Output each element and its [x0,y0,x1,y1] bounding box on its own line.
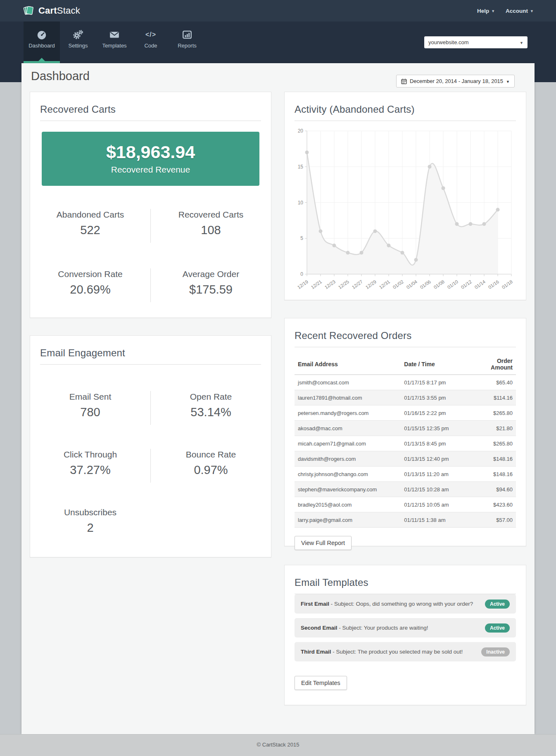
template-row-first-email: First Email - Subject: Oops, did somethi… [295,594,516,614]
website-selector[interactable]: yourwebsite.com ▼ [424,36,527,48]
tab-label: Code [144,43,157,49]
svg-text:01/08: 01/08 [433,279,445,290]
svg-text:0: 0 [300,271,303,277]
stat-open-rate: Open Rate 53.14% [150,391,271,425]
svg-text:01/18: 01/18 [501,279,513,290]
divider [295,121,516,121]
recent-orders-table: Email Address Date / Time Order Amount j… [295,354,516,528]
abandoned-carts-line-chart: 0510152012/1912/2112/2312/2512/2712/2912… [285,125,527,299]
bar-chart-icon [182,28,192,41]
svg-text:12/29: 12/29 [365,279,377,290]
svg-text:12/19: 12/19 [297,279,309,290]
svg-text:12/23: 12/23 [324,279,336,290]
nav-tabs: Dashboard Settings [24,21,205,63]
help-menu[interactable]: Help▼ [477,8,495,14]
svg-text:12/31: 12/31 [378,279,391,290]
stat-average-order: Average Order $175.59 [150,268,271,302]
date-range-text: December 20, 2014 - January 18, 2015 [410,78,503,84]
table-row: jsmith@comcast.com01/17/15 8:17 pm$65.40 [295,375,516,390]
col-header-amount: Order Amount [474,354,516,375]
table-row: lauren17891@hotmail.com01/17/15 3:55 pm$… [295,390,516,405]
table-row: davidsmith@rogers.com01/13/15 12:40 pm$1… [295,451,516,467]
svg-text:15: 15 [298,164,304,170]
divider [40,121,261,121]
svg-text:12/27: 12/27 [351,279,364,290]
template-row-second-email: Second Email - Subject: Your products ar… [295,618,516,638]
template-description: First Email - Subject: Oops, did somethi… [301,601,473,607]
tab-label: Reports [178,43,197,49]
col-header-datetime: Date / Time [401,354,474,375]
caret-down-icon: ▼ [491,9,495,13]
recent-orders-panel: Recent Recovered Orders Email Address Da… [284,318,526,546]
tab-settings[interactable]: Settings [60,21,96,63]
svg-text:01/02: 01/02 [392,279,404,290]
tab-templates[interactable]: Templates [96,21,133,63]
panel-title: Email Templates [285,565,526,588]
svg-text:5: 5 [300,235,303,241]
table-row: larry.paige@gmail.com01/11/15 1:38 am$57… [295,512,516,528]
stat-email-sent: Email Sent 780 [30,391,150,425]
divider [295,347,516,347]
template-description: Third Email - Subject: The product you s… [301,649,463,655]
caret-down-icon: ▼ [530,9,534,13]
gauge-icon [36,28,47,41]
tab-reports[interactable]: Reports [169,21,205,63]
recovered-carts-panel: Recovered Carts $18,963.94 Recovered Rev… [30,92,271,318]
recovered-revenue-box: $18,963.94 Recovered Revenue [42,132,259,186]
envelope-icon [109,28,120,41]
recovered-revenue-amount: $18,963.94 [106,143,195,161]
caret-down-icon: ▼ [506,80,510,84]
svg-text:20: 20 [298,128,304,134]
panel-title: Recent Recovered Orders [285,318,526,341]
calendar-icon [401,78,407,84]
date-range-picker[interactable]: December 20, 2014 - January 18, 2015 ▼ [396,75,515,88]
email-engagement-panel: Email Engagement Email Sent 780 Open Rat… [30,335,271,557]
tab-label: Dashboard [29,43,55,49]
svg-text:01/12: 01/12 [460,279,473,290]
stat-recovered-carts: Recovered Carts 108 [150,209,271,243]
cartstack-logo[interactable]: CartStack [22,0,80,21]
svg-text:01/06: 01/06 [419,279,432,290]
code-brackets-icon: </> [145,28,156,41]
divider [40,364,261,365]
website-selector-value: yourwebsite.com [428,39,520,45]
svg-text:01/10: 01/10 [447,279,459,290]
cartstack-logo-icon [22,5,36,17]
panel-title: Email Engagement [30,336,271,359]
edit-templates-button[interactable]: Edit Templates [295,676,347,690]
table-row: bradley2015@aol.com01/12/15 10:05 am$423… [295,497,516,512]
stat-bounce-rate: Bounce Rate 0.97% [150,449,271,483]
stat-conversion-rate: Conversion Rate 20.69% [30,268,150,302]
copyright-text: © CartStack 2015 [0,735,556,748]
status-badge: Active [485,623,510,633]
account-menu[interactable]: Account▼ [506,8,534,14]
panel-title: Recovered Carts [30,92,271,115]
col-header-email: Email Address [295,354,401,375]
caret-down-icon: ▼ [520,41,523,45]
template-row-third-email: Third Email - Subject: The product you s… [295,642,516,661]
svg-text:01/16: 01/16 [487,279,500,290]
activity-chart-panel: Activity (Abandoned Carts) 0510152012/19… [284,92,526,300]
panel-title: Activity (Abandoned Carts) [285,92,526,115]
status-badge: Inactive [481,647,510,656]
stat-click-through: Click Through 37.27% [30,449,150,483]
stat-abandoned-carts: Abandoned Carts 522 [30,209,150,243]
svg-text:12/21: 12/21 [310,279,323,290]
main-content: Dashboard December 20, 2014 - January 18… [21,63,535,734]
table-header-row: Email Address Date / Time Order Amount [295,354,516,375]
page-footer: © CartStack 2015 [0,734,556,756]
table-row: christy.johnson@chango.com01/13/15 11:20… [295,467,516,482]
view-full-report-button[interactable]: View Full Report [295,536,352,550]
email-templates-panel: Email Templates First Email - Subject: O… [284,565,526,705]
svg-text:01/14: 01/14 [474,279,487,290]
brand-text: CartStack [38,5,80,16]
tab-code[interactable]: </> Code [133,21,169,63]
svg-text:01/04: 01/04 [406,279,418,290]
top-header-bar: CartStack Help▼ Account▼ [0,0,556,21]
tab-dashboard[interactable]: Dashboard [24,21,60,63]
stat-unsubscribes: Unsubscribes 2 [30,507,150,540]
table-row: petersen.mandy@rogers.com01/16/15 2:22 p… [295,405,516,421]
table-row: akosad@mac.com01/15/15 12:35 pm$21.80 [295,421,516,436]
tab-label: Templates [102,43,126,49]
template-description: Second Email - Subject: Your products ar… [301,625,428,631]
